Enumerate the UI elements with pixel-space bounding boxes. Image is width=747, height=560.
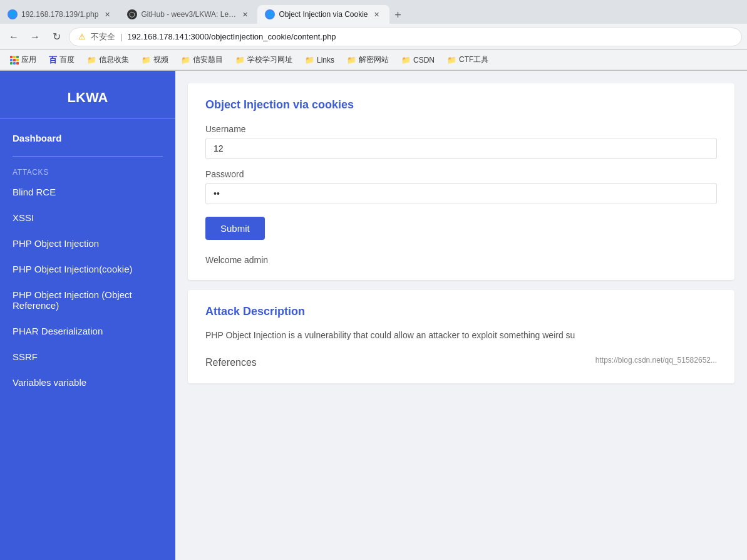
bookmark-ctf[interactable]: 📁 信安题目 — [176, 53, 228, 67]
page-layout: LKWA Dashboard ATTACKS Blind RCE XSSI PH… — [0, 71, 747, 560]
sidebar-php-oi-cookie-label: PHP Object Injection(cookie) — [13, 264, 132, 274]
submit-button[interactable]: Submit — [205, 217, 265, 240]
tab-1-label: 192.168.178.139/1.php — [21, 10, 98, 19]
sidebar-item-php-object-injection[interactable]: PHP Object Injection — [0, 231, 175, 256]
form-card: Object Injection via cookies Username Pa… — [188, 83, 734, 280]
bookmark-links-label: Links — [317, 56, 334, 65]
sidebar-item-dashboard[interactable]: Dashboard — [0, 125, 175, 151]
security-warning-icon: ⚠ — [78, 32, 86, 41]
sidebar-item-phar[interactable]: PHAR Deserialization — [0, 318, 175, 344]
url-text: 192.168.178.141:3000/objectInjection_coo… — [127, 32, 336, 41]
sidebar-item-xssi[interactable]: XSSI — [0, 205, 175, 231]
bookmark-ctf-tools[interactable]: 📁 CTF工具 — [442, 53, 493, 67]
sidebar-attacks-label: ATTACKS — [0, 162, 175, 179]
references-title: References — [205, 357, 257, 368]
back-button[interactable]: ← — [5, 28, 23, 46]
references-link[interactable]: https://blog.csdn.net/qq_51582652... — [595, 356, 717, 365]
url-separator: | — [120, 32, 122, 41]
bookmark-school[interactable]: 📁 学校学习网址 — [230, 53, 297, 67]
tab-3-label: Object Injection via Cookie — [279, 10, 368, 19]
password-label: Password — [205, 169, 717, 179]
url-warning-text: 不安全 — [91, 31, 115, 43]
tab-1-close[interactable]: ✕ — [102, 9, 112, 19]
bookmark-decode[interactable]: 📁 解密网站 — [342, 53, 394, 67]
sidebar-dashboard-label: Dashboard — [13, 133, 61, 143]
url-bar[interactable]: ⚠ 不安全 | 192.168.178.141:3000/objectInjec… — [69, 28, 742, 46]
bookmark-baidu[interactable]: 百 百度 — [44, 53, 80, 68]
bookmark-links[interactable]: 📁 Links — [300, 54, 339, 66]
folder-icon-8: 📁 — [447, 56, 456, 65]
sidebar-phar-label: PHAR Deserialization — [13, 326, 103, 336]
apps-icon — [10, 56, 19, 65]
password-input[interactable] — [205, 183, 717, 204]
sidebar-divider-1 — [13, 156, 163, 157]
main-content: Object Injection via cookies Username Pa… — [175, 71, 747, 560]
sidebar-item-php-object-injection-ref[interactable]: PHP Object Injection (Object Reference) — [0, 282, 175, 318]
username-label: Username — [205, 124, 717, 134]
browser-chrome: 🌐 192.168.178.139/1.php ✕ ⬡ GitHub - wee… — [0, 0, 747, 71]
attack-desc-title: Attack Description — [205, 305, 717, 318]
sidebar-item-variables[interactable]: Variables variable — [0, 370, 175, 395]
bookmark-video-label: 视频 — [153, 54, 168, 65]
baidu-icon: 百 — [49, 54, 57, 66]
bookmark-baidu-label: 百度 — [59, 54, 75, 65]
tab-bar: 🌐 192.168.178.139/1.php ✕ ⬡ GitHub - wee… — [0, 0, 747, 24]
reload-button[interactable]: ↻ — [48, 28, 65, 46]
bookmark-video[interactable]: 📁 视频 — [137, 53, 173, 67]
folder-icon-5: 📁 — [305, 56, 314, 65]
folder-icon-7: 📁 — [401, 56, 411, 65]
bookmark-csdn-label: CSDN — [413, 56, 435, 65]
tab-3[interactable]: 🌐 Object Injection via Cookie ✕ — [257, 5, 389, 24]
sidebar-item-php-object-injection-cookie[interactable]: PHP Object Injection(cookie) — [0, 256, 175, 282]
new-tab-button[interactable]: + — [389, 6, 407, 24]
sidebar-php-oi-ref-label: PHP Object Injection (Object Reference) — [13, 289, 132, 311]
bookmark-decode-label: 解密网站 — [359, 54, 389, 65]
tab-1[interactable]: 🌐 192.168.178.139/1.php ✕ — [0, 5, 120, 24]
sidebar-variables-label: Variables variable — [13, 377, 86, 388]
folder-icon-3: 📁 — [181, 56, 190, 65]
tab-2-close[interactable]: ✕ — [240, 9, 250, 19]
forward-button[interactable]: → — [26, 28, 44, 46]
bookmark-csdn[interactable]: 📁 CSDN — [396, 54, 440, 66]
bookmark-ctf-tools-label: CTF工具 — [459, 54, 488, 65]
username-input[interactable] — [205, 138, 717, 159]
tab-3-close[interactable]: ✕ — [372, 9, 382, 19]
folder-icon-1: 📁 — [87, 56, 96, 65]
tab-3-favicon: 🌐 — [265, 9, 275, 19]
bookmark-ctf-label: 信安题目 — [193, 54, 223, 65]
attack-desc-card: Attack Description PHP Object Injection … — [188, 290, 734, 383]
sidebar-php-oi-label: PHP Object Injection — [13, 238, 99, 249]
sidebar-blind-rce-label: Blind RCE — [13, 187, 56, 197]
username-group: Username — [205, 124, 717, 159]
bookmark-infocollect-label: 信息收集 — [99, 54, 129, 65]
sidebar-item-ssrf[interactable]: SSRF — [0, 344, 175, 370]
tab-2-favicon: ⬡ — [127, 9, 137, 19]
bookmark-apps-label: 应用 — [21, 54, 36, 65]
tab-2-label: GitHub - weev3/LKWA: Lesser — [141, 10, 236, 19]
folder-icon-4: 📁 — [235, 56, 245, 65]
welcome-message: Welcome admin — [205, 255, 717, 265]
sidebar: LKWA Dashboard ATTACKS Blind RCE XSSI PH… — [0, 71, 175, 560]
sidebar-item-blind-rce[interactable]: Blind RCE — [0, 179, 175, 205]
folder-icon-6: 📁 — [347, 56, 356, 65]
password-group: Password — [205, 169, 717, 204]
tab-1-favicon: 🌐 — [8, 9, 18, 19]
address-bar: ← → ↻ ⚠ 不安全 | 192.168.178.141:3000/objec… — [0, 24, 747, 50]
sidebar-xssi-label: XSSI — [13, 212, 34, 223]
attack-desc-text: PHP Object Injection is a vulnerability … — [205, 328, 717, 342]
bookmark-infocollect[interactable]: 📁 信息收集 — [82, 53, 134, 67]
bookmarks-bar: 应用 百 百度 📁 信息收集 📁 视频 📁 信安题目 📁 学校学习网址 📁 Li… — [0, 50, 747, 70]
folder-icon-2: 📁 — [142, 56, 151, 65]
sidebar-ssrf-label: SSRF — [13, 351, 38, 362]
bookmark-school-label: 学校学习网址 — [247, 54, 292, 65]
sidebar-logo: LKWA — [0, 71, 175, 119]
form-card-title: Object Injection via cookies — [205, 98, 717, 111]
tab-2[interactable]: ⬡ GitHub - weev3/LKWA: Lesser ✕ — [120, 5, 257, 24]
bookmark-apps[interactable]: 应用 — [5, 53, 41, 67]
